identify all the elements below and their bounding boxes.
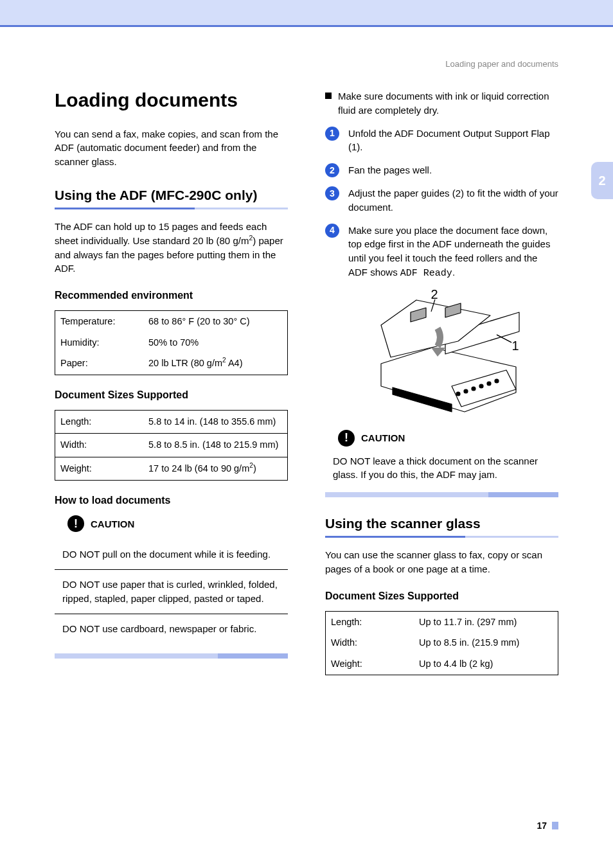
- glass-weight-key: Weight:: [326, 654, 414, 675]
- step-number-icon: 2: [325, 163, 339, 177]
- env-temp-key: Temperature:: [55, 311, 144, 333]
- table-row: Length: Up to 11.7 in. (297 mm): [326, 611, 558, 633]
- svg-point-8: [456, 392, 460, 396]
- printer-illustration: [355, 290, 529, 418]
- intro-text: You can send a fax, make copies, and sca…: [55, 127, 288, 169]
- caution-item-2: DO NOT use paper that is curled, wrinkle…: [55, 569, 288, 614]
- size-width-val: 5.8 to 8.5 in. (148 to 215.9 mm): [143, 434, 287, 457]
- caution-item-1: DO NOT pull on the document while it is …: [55, 540, 288, 569]
- svg-point-9: [464, 389, 468, 393]
- size-width-key: Width:: [55, 434, 144, 457]
- caution-list: DO NOT pull on the document while it is …: [55, 540, 288, 643]
- caution-icon: !: [67, 515, 84, 532]
- page-footer: 17: [537, 820, 558, 831]
- caution-label: CAUTION: [361, 432, 405, 443]
- caution-icon: !: [338, 430, 355, 447]
- right-column: Make sure documents with ink or liquid c…: [325, 89, 558, 679]
- step-4-text-c: .: [452, 267, 455, 278]
- adf-paragraph: The ADF can hold up to 15 pages and feed…: [55, 220, 288, 276]
- footer-mark-icon: [552, 822, 558, 829]
- heading-underline: [325, 536, 558, 538]
- section-divider: [325, 492, 558, 497]
- heading-doc-sizes-glass: Document Sizes Supported: [325, 590, 558, 602]
- caution-header: ! CAUTION: [55, 515, 288, 532]
- step-3: 3 Adjust the paper guides (2) to fit the…: [325, 186, 558, 215]
- env-humidity-val: 50% to 70%: [143, 333, 287, 354]
- chapter-tab: 2: [591, 162, 613, 199]
- table-row: Paper: 20 lb LTR (80 g/m2 A4): [55, 353, 288, 375]
- caution-item-3: DO NOT use cardboard, newspaper or fabri…: [55, 614, 288, 644]
- heading-recommended-env: Recommended environment: [55, 290, 288, 301]
- table-doc-sizes: Length: 5.8 to 14 in. (148 to 355.6 mm) …: [55, 410, 288, 481]
- table-row: Length: 5.8 to 14 in. (148 to 355.6 mm): [55, 410, 288, 434]
- size-weight-val: 17 to 24 lb (64 to 90 g/m2): [143, 457, 287, 481]
- page-number: 17: [537, 820, 547, 831]
- heading-underline: [55, 208, 288, 209]
- glass-length-key: Length:: [326, 611, 414, 633]
- step-number-icon: 4: [325, 224, 339, 238]
- diagram-callout-1: 1: [512, 339, 519, 353]
- glass-width-key: Width:: [326, 633, 414, 654]
- adf-diagram: 2 1: [355, 290, 529, 418]
- size-length-key: Length:: [55, 410, 144, 434]
- heading-how-to-load: How to load documents: [55, 495, 288, 506]
- size-weight-key: Weight:: [55, 457, 144, 481]
- heading-doc-sizes: Document Sizes Supported: [55, 389, 288, 401]
- step-4-text-b: ADF Ready: [400, 268, 452, 279]
- heading-adf: Using the ADF (MFC-290C only): [55, 187, 288, 204]
- table-row: Temperature: 68 to 86° F (20 to 30° C): [55, 311, 288, 333]
- step-3-text: Adjust the paper guides (2) to fit the w…: [348, 186, 558, 215]
- table-row: Width: 5.8 to 8.5 in. (148 to 215.9 mm): [55, 434, 288, 457]
- bullet-item: Make sure documents with ink or liquid c…: [325, 89, 558, 118]
- section-divider: [55, 653, 288, 659]
- table-glass-sizes: Length: Up to 11.7 in. (297 mm) Width: U…: [325, 611, 558, 676]
- heading-scanner-glass: Using the scanner glass: [325, 515, 558, 532]
- table-row: Weight: Up to 4.4 lb (2 kg): [326, 654, 558, 675]
- env-paper-val-a: 20 lb LTR (80 g/m: [148, 358, 222, 368]
- glass-length-val: Up to 11.7 in. (297 mm): [414, 611, 558, 633]
- caution-header: ! CAUTION: [325, 430, 558, 447]
- svg-point-13: [495, 379, 499, 383]
- step-number-icon: 3: [325, 186, 339, 200]
- step-4: 4 Make sure you place the document face …: [325, 224, 558, 281]
- env-temp-val: 68 to 86° F (20 to 30° C): [143, 311, 287, 333]
- env-paper-key: Paper:: [55, 353, 144, 375]
- size-length-val: 5.8 to 14 in. (148 to 355.6 mm): [143, 410, 287, 434]
- step-number-icon: 1: [325, 127, 339, 141]
- adf-paragraph-a: The ADF can hold up to 15 pages and feed…: [55, 221, 267, 246]
- step-1: 1 Unfold the ADF Document Output Support…: [325, 127, 558, 155]
- top-bar: [0, 0, 613, 27]
- size-weight-val-a: 17 to 24 lb (64 to 90 g/m: [148, 463, 249, 474]
- bullet-text: Make sure documents with ink or liquid c…: [338, 89, 558, 118]
- page-title: Loading documents: [55, 89, 288, 112]
- table-row: Humidity: 50% to 70%: [55, 333, 288, 354]
- glass-width-val: Up to 8.5 in. (215.9 mm): [414, 633, 558, 654]
- breadcrumb: Loading paper and documents: [55, 59, 558, 69]
- env-paper-val: 20 lb LTR (80 g/m2 A4): [143, 353, 287, 375]
- step-2-text: Fan the pages well.: [348, 163, 432, 177]
- left-column: Loading documents You can send a fax, ma…: [55, 89, 288, 679]
- size-weight-val-b: ): [253, 463, 256, 474]
- step-1-text: Unfold the ADF Document Output Support F…: [348, 127, 558, 155]
- env-humidity-key: Humidity:: [55, 333, 144, 354]
- step-4-text: Make sure you place the document face do…: [348, 224, 558, 281]
- env-paper-val-b: A4): [226, 358, 243, 368]
- diagram-callout-2: 2: [431, 287, 438, 302]
- step-2: 2 Fan the pages well.: [325, 163, 558, 177]
- glass-weight-val: Up to 4.4 lb (2 kg): [414, 654, 558, 675]
- svg-point-11: [479, 384, 483, 388]
- square-bullet-icon: [325, 93, 332, 99]
- table-environment: Temperature: 68 to 86° F (20 to 30° C) H…: [55, 310, 288, 375]
- caution-scanner-text: DO NOT leave a thick document on the sca…: [325, 454, 558, 483]
- table-row: Width: Up to 8.5 in. (215.9 mm): [326, 633, 558, 654]
- scanner-paragraph: You can use the scanner glass to fax, co…: [325, 548, 558, 576]
- table-row: Weight: 17 to 24 lb (64 to 90 g/m2): [55, 457, 288, 481]
- svg-point-12: [487, 382, 491, 385]
- svg-point-10: [472, 387, 475, 391]
- caution-label: CAUTION: [91, 518, 134, 529]
